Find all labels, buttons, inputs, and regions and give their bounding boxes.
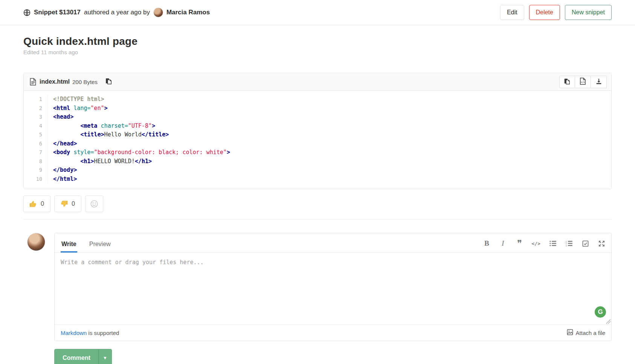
code-line: 2<html lang="en">: [24, 104, 611, 113]
line-number[interactable]: 3: [24, 113, 48, 122]
code-line: 1<!DOCTYPE html>: [24, 95, 611, 104]
copy-icon: [564, 78, 571, 86]
line-number[interactable]: 6: [24, 139, 48, 148]
attach-file-button[interactable]: Attach a file: [567, 329, 605, 336]
code-line: 10</html>: [24, 175, 611, 184]
code-line-content: </body>: [48, 166, 77, 175]
fullscreen-button[interactable]: [598, 240, 605, 247]
line-number[interactable]: 7: [24, 148, 48, 157]
copy-file-contents-button[interactable]: [104, 77, 113, 87]
line-number[interactable]: 5: [24, 130, 48, 139]
add-reaction-smiley-icon: [90, 200, 98, 208]
bullet-list-icon: [549, 240, 556, 246]
task-list-icon: [582, 240, 589, 247]
code-line-content: <title>Hello World</title>: [48, 130, 169, 139]
code-line: 8 <h1>HELLO WORLD!</h1>: [24, 157, 611, 166]
add-reaction-button[interactable]: [85, 196, 103, 212]
code-icon: </>: [532, 241, 540, 246]
quote-button[interactable]: ❞: [516, 240, 523, 247]
page-title: Quick index.html page: [23, 35, 612, 47]
comment-options-dropdown[interactable]: ▼: [98, 349, 112, 364]
author-avatar[interactable]: [153, 8, 163, 17]
thumbs-up-icon: [29, 200, 37, 208]
file-action-group: </>: [559, 76, 607, 88]
copy-contents-button[interactable]: [559, 76, 575, 88]
download-icon: [595, 78, 602, 86]
file-viewer: index.html 200 Bytes: [23, 73, 612, 189]
main-content: Quick index.html page Edited 11 months a…: [0, 35, 635, 364]
file-header: index.html 200 Bytes: [24, 73, 611, 91]
comment-section: Write Preview B I ❞ </>: [23, 233, 612, 341]
globe-icon: [23, 9, 31, 16]
bold-icon: B: [484, 239, 489, 248]
comment-form-footer: Markdown is supported Attach a file: [55, 324, 611, 341]
snippet-actions: Edit Delete New snippet: [500, 5, 612, 20]
numbered-list-button[interactable]: 1 2 3: [565, 240, 573, 247]
current-user-avatar: [27, 233, 45, 251]
thumbs-down-button[interactable]: 0: [54, 196, 81, 212]
award-emoji-row: 0 0: [23, 196, 612, 220]
comment-submit-button[interactable]: Comment: [55, 349, 98, 364]
italic-button[interactable]: I: [499, 240, 507, 247]
code-line-content: <!DOCTYPE html>: [48, 95, 104, 104]
comment-split-button: Comment ▼: [54, 349, 112, 364]
file-size: 200 Bytes: [72, 79, 98, 85]
numbered-list-icon: 1 2 3: [566, 240, 572, 246]
bullet-list-button[interactable]: [549, 240, 557, 247]
code-line-content: </html>: [48, 175, 77, 184]
comment-form: Write Preview B I ❞ </>: [54, 233, 612, 341]
line-number[interactable]: 8: [24, 157, 48, 166]
quote-icon: ❞: [517, 242, 521, 245]
authored-text: authored a year ago by: [84, 9, 150, 16]
download-button[interactable]: [591, 76, 607, 88]
markdown-link[interactable]: Markdown: [61, 330, 87, 336]
copy-file-contents-icon: [105, 78, 112, 86]
delete-button[interactable]: Delete: [529, 5, 560, 20]
markdown-hint: Markdown is supported: [61, 330, 119, 336]
thumbs-down-count: 0: [72, 200, 75, 207]
snippet-meta: Snippet $13017 authored a year ago by Ma…: [23, 8, 210, 17]
line-number[interactable]: 1: [24, 95, 48, 104]
fullscreen-icon: [598, 240, 605, 247]
code-line: 3<head>: [24, 113, 611, 122]
code-line-content: <h1>HELLO WORLD!</h1>: [48, 157, 152, 166]
code-line-content: <head>: [48, 113, 73, 122]
code-line: 7<body style="background-color: black; c…: [24, 148, 611, 157]
italic-icon: I: [502, 239, 504, 248]
task-list-button[interactable]: [581, 240, 589, 247]
code-line-content: <html lang="en">: [48, 104, 108, 113]
thumbs-up-count: 0: [41, 200, 44, 207]
open-raw-icon: </>: [580, 78, 586, 86]
topbar: Snippet $13017 authored a year ago by Ma…: [0, 0, 635, 25]
attach-file-label: Attach a file: [576, 330, 605, 336]
open-raw-button[interactable]: </>: [575, 76, 591, 88]
code-line-content: </head>: [48, 139, 77, 148]
document-icon: [30, 78, 36, 86]
code-line-content: <meta charset="UTF-8">: [48, 122, 155, 131]
comment-form-header: Write Preview B I ❞ </>: [55, 233, 611, 253]
attach-file-icon: [567, 329, 573, 336]
comment-input[interactable]: [55, 253, 611, 324]
edit-button[interactable]: Edit: [500, 5, 524, 20]
line-number[interactable]: 10: [24, 175, 48, 184]
insert-code-button[interactable]: </>: [532, 240, 540, 247]
bold-button[interactable]: B: [483, 240, 491, 247]
tab-preview[interactable]: Preview: [89, 235, 112, 252]
file-name: index.html: [40, 78, 70, 85]
line-number[interactable]: 2: [24, 104, 48, 113]
code-line: 4 <meta charset="UTF-8">: [24, 122, 611, 131]
code-line: 6</head>: [24, 139, 611, 148]
author-name[interactable]: Marcia Ramos: [167, 9, 210, 16]
line-number[interactable]: 9: [24, 166, 48, 175]
comment-textarea-wrap: G: [55, 253, 611, 324]
edited-timestamp: Edited 11 months ago: [23, 49, 612, 55]
thumbs-up-button[interactable]: 0: [23, 196, 50, 212]
line-number[interactable]: 4: [24, 122, 48, 131]
grammarly-badge[interactable]: G: [595, 306, 606, 318]
resize-handle[interactable]: [606, 319, 611, 324]
new-snippet-button[interactable]: New snippet: [565, 5, 612, 20]
code-lines: 1<!DOCTYPE html>2<html lang="en">3<head>…: [24, 95, 611, 184]
chevron-down-icon: ▼: [103, 355, 107, 361]
tab-write[interactable]: Write: [61, 235, 77, 252]
svg-text:3: 3: [566, 245, 567, 247]
